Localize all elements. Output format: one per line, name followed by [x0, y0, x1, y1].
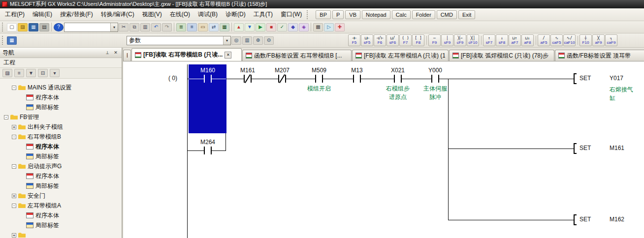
- new-project-icon[interactable]: ▢: [7, 23, 17, 31]
- expander-icon[interactable]: -: [12, 204, 16, 208]
- tree-item[interactable]: 局部标签: [0, 151, 122, 161]
- contact-M13[interactable]: [347, 74, 367, 83]
- contact-M264[interactable]: [198, 146, 218, 155]
- cut-icon[interactable]: ✂: [119, 23, 129, 31]
- expander-icon[interactable]: -: [12, 135, 16, 139]
- expander-icon[interactable]: +: [12, 194, 16, 198]
- tab-close-icon[interactable]: ✕: [225, 52, 231, 59]
- tree-item[interactable]: 程序本体: [0, 142, 122, 151]
- nav-sort-icon[interactable]: ≡: [14, 69, 24, 77]
- help-icon[interactable]: ?: [54, 23, 64, 31]
- find-icon[interactable]: ◎: [231, 36, 241, 45]
- tree-item[interactable]: +出料夹子模组: [0, 122, 122, 132]
- menu-tool-button[interactable]: Notepad: [362, 10, 390, 19]
- menu-tool-button[interactable]: VB: [345, 10, 360, 19]
- combo-dropdown-icon[interactable]: ▾: [110, 23, 118, 31]
- note-icon[interactable]: ▭: [198, 23, 208, 31]
- copy-icon[interactable]: ⧉: [129, 23, 139, 31]
- print-icon[interactable]: ▤: [39, 23, 49, 31]
- program-combo-dropdown-icon[interactable]: ▾: [223, 36, 230, 45]
- open-branch-button[interactable]: ⊔⊢sF5: [361, 34, 373, 46]
- document-tab[interactable]: [FB]读取 弧焊模组C (只读) (78)步: [449, 50, 554, 61]
- tree-item[interactable]: -启动提示声G: [0, 161, 122, 171]
- edit-line-button[interactable]: ┐caF9: [605, 34, 617, 46]
- statement-icon[interactable]: ≡: [187, 23, 197, 31]
- application-instruction-button[interactable]: [ ]F8: [412, 34, 424, 46]
- diagnostics-icon[interactable]: ✚: [335, 23, 345, 31]
- horizontal-line-button[interactable]: ─F9: [428, 34, 441, 46]
- coil-button[interactable]: ( )F7: [399, 34, 412, 46]
- device-comment-icon[interactable]: ≣: [176, 23, 186, 31]
- menu-tools-grip[interactable]: [307, 10, 309, 19]
- monitor-stop-icon[interactable]: ■: [266, 23, 276, 31]
- menu-item[interactable]: 搜索/替换(F): [56, 8, 97, 21]
- menu-tool-button[interactable]: Folder: [412, 10, 435, 19]
- document-tab[interactable]: 函数/FB标签设置 顶耳带: [555, 50, 644, 61]
- expander-icon[interactable]: +: [12, 233, 16, 238]
- menu-item[interactable]: 窗口(W): [277, 8, 306, 21]
- nav-collapse-icon[interactable]: ⊟: [38, 69, 48, 77]
- contact-M509[interactable]: [309, 74, 329, 83]
- toolbar-main-grip[interactable]: [2, 23, 4, 31]
- document-tab[interactable]: 函数/FB标签设置 右耳带模组B [...: [242, 50, 352, 61]
- tree-item[interactable]: 程序本体: [0, 92, 122, 102]
- invert-operation-button[interactable]: /aF5: [538, 34, 550, 46]
- vertical-line-button[interactable]: │sF9: [441, 34, 453, 46]
- falling-pulse-branch-button[interactable]: ⊔↓aF8: [521, 34, 534, 46]
- close-icon[interactable]: ✕: [112, 49, 119, 56]
- docking-window-icon[interactable]: ▦: [7, 36, 17, 45]
- pulse-not-button[interactable]: ∿/caF10: [563, 34, 576, 46]
- tree-item[interactable]: -FB管理: [0, 112, 122, 122]
- document-tab[interactable]: [FB]读取 左耳带模组A (只读) (1...: [352, 50, 449, 61]
- simulation-icon[interactable]: ▷: [324, 23, 334, 31]
- expander-icon[interactable]: -: [12, 164, 16, 169]
- toolbar-combo-empty[interactable]: ▾: [64, 23, 118, 32]
- menu-tool-button[interactable]: Exit: [458, 10, 475, 19]
- delete-horizontal-line-button[interactable]: ╳─cF9: [454, 34, 466, 46]
- menu-tool-button[interactable]: BP: [316, 10, 331, 19]
- zoom-in-icon[interactable]: ⊕: [253, 36, 263, 45]
- close-branch-button[interactable]: ⊔/sF6: [386, 34, 399, 46]
- menu-item[interactable]: 视图(V): [138, 8, 166, 21]
- plc-write-icon[interactable]: ▼: [245, 23, 255, 31]
- menu-item[interactable]: 在线(O): [166, 8, 194, 21]
- parameter-icon[interactable]: ▩: [313, 23, 323, 31]
- nav-dropdown-icon[interactable]: ▾: [50, 69, 60, 77]
- tree-item[interactable]: 局部标签: [0, 181, 122, 191]
- document-tab[interactable]: B]: [123, 50, 131, 61]
- expander-icon[interactable]: +: [12, 125, 16, 129]
- cross-reference-icon[interactable]: ⇄: [209, 23, 219, 31]
- tree-item[interactable]: +: [0, 230, 122, 238]
- toolbar-ladder-grip[interactable]: [2, 36, 4, 45]
- zoom-out-icon[interactable]: ⊖: [264, 36, 274, 45]
- open-project-icon[interactable]: ▨: [18, 23, 28, 31]
- tree-item[interactable]: +安全门: [0, 191, 122, 201]
- pulse-conversion-button[interactable]: ∿caF5: [550, 34, 563, 46]
- menu-item[interactable]: 编辑(E): [29, 8, 56, 21]
- menu-item[interactable]: 工程(P): [1, 8, 29, 21]
- tree-item[interactable]: -右耳带模组B: [0, 132, 122, 142]
- close-contact-button[interactable]: ⊣/⊢F6: [374, 34, 386, 46]
- open-contact-button[interactable]: ⊣⊢F5: [348, 34, 360, 46]
- rising-pulse-button[interactable]: ↑sF7: [483, 34, 495, 46]
- contact-Y000[interactable]: [425, 74, 445, 83]
- contact-M160[interactable]: [198, 74, 218, 83]
- contact-X021[interactable]: [388, 74, 408, 83]
- pin-icon[interactable]: ⟂: [104, 49, 111, 56]
- tree-item[interactable]: -MAINS 通讯设置: [0, 83, 122, 92]
- tree-item[interactable]: 局部标签: [0, 220, 122, 230]
- nav-display-icon[interactable]: ▨: [2, 69, 12, 77]
- save-icon[interactable]: ▦: [29, 23, 38, 31]
- menu-tool-button[interactable]: Calc: [392, 10, 411, 19]
- redo-icon[interactable]: ↷: [162, 23, 172, 31]
- menu-item[interactable]: 调试(B): [194, 8, 222, 21]
- tree-item[interactable]: -左耳带模组A: [0, 201, 122, 210]
- program-select-combo[interactable]: 参数 ▾: [127, 36, 231, 45]
- monitor-start-icon[interactable]: ▶: [256, 23, 265, 31]
- line-delete-button[interactable]: ╳aF9: [592, 34, 605, 46]
- find-device-icon[interactable]: ▥: [242, 36, 252, 45]
- ladder-canvas[interactable]: ( 0)M160M161M207M509模组开启M13X021右模组步进原点Y0…: [123, 61, 644, 238]
- tree-item[interactable]: 局部标签: [0, 102, 122, 112]
- falling-pulse-button[interactable]: ↓sF8: [496, 34, 508, 46]
- menu-item[interactable]: 工具(T): [250, 8, 277, 21]
